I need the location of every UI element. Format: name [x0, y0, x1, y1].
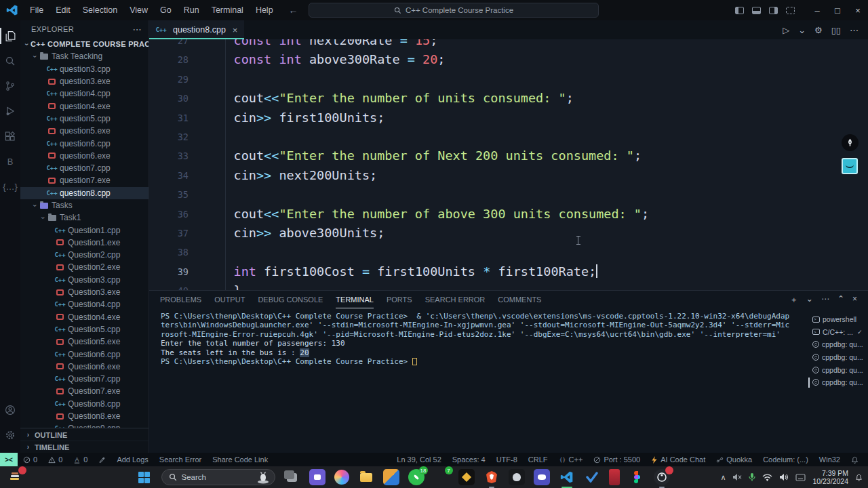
section-timeline[interactable]: ›TIMELINE [20, 441, 149, 453]
panel-tab-ports[interactable]: PORTS [387, 291, 412, 308]
tray-speaker-muted-icon[interactable] [732, 473, 742, 481]
tree-file-question1-exe[interactable]: Question1.exe [20, 237, 149, 249]
activity-account-icon[interactable] [0, 400, 20, 420]
run-icon[interactable]: ▷ [783, 25, 789, 35]
status-errors[interactable]: 0 [23, 455, 37, 464]
status-indentation[interactable]: Spaces: 4 [452, 455, 486, 464]
split-editor-icon[interactable]: ▯▯ [831, 25, 841, 35]
activity-snippets-icon[interactable]: {…} [0, 176, 20, 197]
status-warnings[interactable]: 0 [48, 455, 62, 464]
tray-notification-bell-icon[interactable] [855, 474, 863, 481]
chat-widget-icon[interactable] [842, 158, 858, 174]
taskbar-whatsapp-business-icon[interactable]: 7 [433, 469, 450, 485]
toggle-panel-icon[interactable] [752, 7, 761, 14]
tree-file-question2-exe[interactable]: Question2.exe [20, 261, 149, 273]
panel-tab-output[interactable]: OUTPUT [214, 291, 245, 308]
activity-explorer-icon[interactable] [0, 26, 20, 46]
tab-question8-cpp[interactable]: C++ question8.cpp × [149, 20, 244, 39]
tree-file-question4-cpp[interactable]: C++Question4.cpp [20, 298, 149, 310]
tree-file-question5-exe[interactable]: Question5.exe [20, 336, 149, 348]
tree-file-question5-exe[interactable]: question5.exe [20, 125, 149, 137]
taskbar-whatsapp-icon[interactable]: 18 [408, 469, 425, 485]
taskbar-copilot-icon[interactable] [334, 470, 349, 485]
taskbar-file-explorer-icon[interactable] [358, 469, 374, 485]
status-search-error[interactable]: Search Error [159, 455, 201, 464]
nav-back-icon[interactable]: ← [289, 5, 298, 16]
tree-file-question7-cpp[interactable]: C++Question7.cpp [20, 373, 149, 385]
terminal-dropdown-icon[interactable]: ⌄ [806, 294, 813, 306]
more-actions-icon[interactable]: ⋯ [850, 25, 859, 35]
tab-close-icon[interactable]: × [233, 25, 238, 35]
status-port[interactable]: Port : 5500 [593, 455, 640, 464]
remote-indicator[interactable]: >< [0, 453, 18, 466]
status-language-mode[interactable]: {}C++ [559, 455, 583, 464]
status-spell-check[interactable]: A0 [73, 455, 87, 464]
menu-terminal[interactable]: Terminal [205, 3, 250, 18]
taskbar-discord-icon[interactable] [534, 469, 550, 485]
menu-view[interactable]: View [123, 3, 154, 18]
status-codeium[interactable]: Codeium: (...) [763, 455, 808, 464]
status-run-extension[interactable] [98, 456, 106, 464]
tree-file-question3-cpp[interactable]: C++question3.cpp [20, 63, 149, 75]
taskbar-store-app-icon[interactable] [383, 469, 399, 485]
tree-file-question7-exe[interactable]: question7.exe [20, 174, 149, 186]
panel-tab-terminal[interactable]: TERMINAL [336, 291, 374, 308]
panel-tab-comments[interactable]: COMMENTS [498, 291, 541, 308]
taskbar-task-view-icon[interactable] [284, 469, 300, 485]
status-ai-code-chat[interactable]: AI Code Chat [651, 455, 705, 464]
terminal-session-cppdbg-qu-[interactable]: cppdbg: qu... [808, 338, 868, 351]
taskbar-github-desktop-icon[interactable] [509, 469, 525, 485]
tree-file-question7-exe[interactable]: Question7.exe [20, 385, 149, 397]
status-eol[interactable]: CRLF [528, 455, 548, 464]
menu-selection[interactable]: Selection [77, 3, 123, 18]
activity-source-control-icon[interactable] [0, 76, 20, 96]
new-terminal-icon[interactable]: ＋ [790, 294, 798, 306]
tray-touch-keyboard-icon[interactable] [795, 474, 806, 481]
close-panel-icon[interactable]: × [852, 294, 857, 306]
taskbar-chat-app-icon[interactable] [309, 469, 326, 485]
taskbar-red-app-icon[interactable] [609, 469, 620, 485]
tree-file-question8-cpp[interactable]: C++question8.cpp [20, 187, 149, 199]
tree-file-question8-cpp[interactable]: C++Question8.cpp [20, 398, 149, 410]
minimize-button[interactable]: – [807, 0, 827, 20]
tree-folder-task-teacking[interactable]: ›Task Teacking [20, 50, 149, 62]
panel-tab-debug-console[interactable]: DEBUG CONSOLE [258, 291, 323, 308]
status-platform[interactable]: Win32 [819, 455, 840, 464]
panel-tab-search-error[interactable]: SEARCH ERROR [425, 291, 486, 308]
tree-folder-c-complete-course-practice[interactable]: ›C++ COMPLETE COURSE PRACTICE [20, 38, 149, 50]
tree-file-question9-cpp[interactable]: C++Question9.cpp [20, 422, 149, 428]
explorer-more-actions[interactable]: ⋯ [133, 24, 142, 35]
maximize-button[interactable]: □ [827, 0, 848, 20]
tree-folder-tasks[interactable]: ›Tasks [20, 199, 149, 211]
run-dropdown-icon[interactable]: ⌄ [798, 25, 806, 35]
tree-file-question4-exe[interactable]: question4.exe [20, 100, 149, 112]
menu-help[interactable]: Help [250, 3, 279, 18]
terminal-session-cppdbg-qu-[interactable]: cppdbg: qu... [808, 351, 868, 364]
activity-settings-icon[interactable] [0, 425, 20, 445]
menu-go[interactable]: Go [154, 3, 178, 18]
terminal-session-cppdbg-qu-[interactable]: cppdbg: qu... [808, 376, 868, 389]
tree-file-question4-exe[interactable]: Question4.exe [20, 311, 149, 323]
tree-file-question6-cpp[interactable]: C++Question6.cpp [20, 348, 149, 360]
menu-file[interactable]: File [24, 3, 50, 18]
terminal-session-c-c-[interactable]: >C/C++: ...✓ [808, 326, 868, 339]
taskbar-todo-check-icon[interactable] [584, 469, 600, 485]
toggle-secondary-sidebar-icon[interactable] [769, 7, 778, 14]
toggle-sidebar-icon[interactable] [735, 7, 744, 14]
tree-file-question2-cpp[interactable]: C++Question2.cpp [20, 249, 149, 261]
tray-hidden-icons-icon[interactable]: ∧ [720, 473, 726, 482]
activity-search-icon[interactable] [0, 51, 20, 71]
tree-file-question6-exe[interactable]: Question6.exe [20, 361, 149, 373]
pen-extension-icon[interactable] [842, 134, 859, 151]
menu-run[interactable]: Run [178, 3, 205, 18]
terminal-session-cppdbg-qu-[interactable]: cppdbg: qu... [808, 363, 868, 376]
section-outline[interactable]: ›OUTLINE [20, 428, 149, 441]
tree-folder-task1[interactable]: ›Task1 [20, 211, 149, 224]
status-cursor-position[interactable]: Ln 39, Col 52 [397, 455, 441, 464]
tree-file-question1-cpp[interactable]: C++Question1.cpp [20, 224, 149, 236]
close-button[interactable]: × [848, 0, 868, 20]
panel-tab-problems[interactable]: PROBLEMS [160, 291, 201, 308]
more-icon[interactable]: ⋯ [821, 294, 829, 306]
tree-file-question6-exe[interactable]: question6.exe [20, 150, 149, 162]
terminal-output[interactable]: PS C:\Users\thenp\Desktop\C++ Complete C… [149, 308, 808, 453]
